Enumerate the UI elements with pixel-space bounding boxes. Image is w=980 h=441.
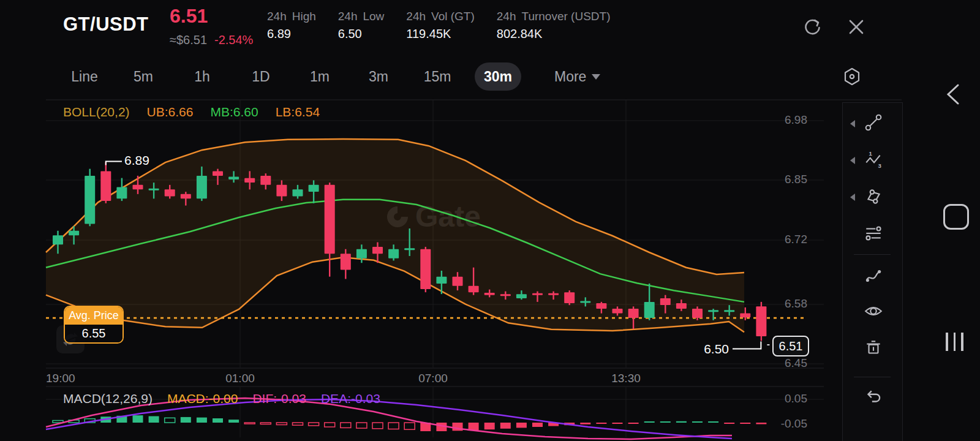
y-axis-tick: 6.72 — [760, 233, 807, 246]
undo-icon — [864, 387, 883, 407]
trend-line-icon — [864, 113, 883, 132]
panel-divider — [854, 254, 891, 255]
candlestick-chart[interactable] — [0, 0, 980, 441]
y-axis-tick: 6.58 — [760, 297, 807, 311]
dif-value: DIF:-0.03 — [252, 391, 306, 406]
x-axis-tick: 13:30 — [608, 372, 644, 385]
macd-axis-tick: -0.05 — [760, 417, 807, 431]
drawing-tools-panel: 1 3 — [842, 102, 903, 441]
levels-tool[interactable] — [843, 221, 902, 247]
trend-line-tool[interactable] — [843, 109, 902, 136]
macd-value: MACD:-0.00 — [167, 391, 238, 406]
collapse-arrow-icon — [850, 194, 855, 201]
y-axis-tick: 6.85 — [760, 173, 807, 186]
shape-tool[interactable] — [843, 183, 902, 209]
macd-axis-tick: 0.05 — [760, 392, 807, 405]
boll-mb: MB:6.60 — [210, 105, 258, 119]
boll-legend: BOLL(20,2) UB:6.66 MB:6.60 LB:6.54 — [63, 105, 320, 119]
svg-text:3: 3 — [878, 162, 881, 169]
svg-text:1: 1 — [869, 150, 873, 157]
collapse-arrow-icon — [850, 157, 855, 164]
avg-price-value: 6.55 — [65, 325, 123, 342]
avg-price-label: Avg. Price — [65, 307, 123, 325]
y-axis-tick: 6.45 — [760, 356, 807, 370]
macd-title: MACD(12,26,9) — [63, 391, 153, 406]
freehand-curve-tool[interactable] — [843, 262, 902, 289]
elliott-wave-icon: 1 3 — [864, 149, 883, 169]
visibility-tool[interactable] — [843, 298, 902, 325]
curve-path-icon — [864, 266, 883, 285]
trash-icon — [864, 338, 883, 358]
undo-tool[interactable] — [843, 383, 902, 410]
boll-title: BOLL(20,2) — [63, 105, 130, 119]
y-axis-tick: 6.98 — [760, 113, 807, 127]
last-price-tag[interactable]: 6.51 — [772, 336, 809, 356]
boll-lb: LB:6.54 — [276, 105, 320, 119]
delete-drawings-tool[interactable] — [843, 334, 902, 361]
horizontal-levels-icon — [864, 224, 883, 244]
collapse-arrow-icon — [850, 120, 855, 127]
wave-tool[interactable]: 1 3 — [843, 146, 902, 173]
eye-icon — [864, 301, 883, 321]
x-axis-tick: 07:00 — [415, 372, 451, 385]
dea-value: DEA:-0.03 — [321, 391, 380, 406]
boll-ub: UB:6.66 — [147, 105, 194, 119]
x-axis-tick: 19:00 — [46, 372, 75, 385]
avg-price-tooltip[interactable]: Avg. Price 6.55 — [64, 306, 124, 344]
macd-legend: MACD(12,26,9) MACD:-0.00 DIF:-0.03 DEA:-… — [63, 391, 380, 406]
polygon-shape-icon — [864, 186, 883, 206]
panel-divider — [854, 377, 891, 377]
x-axis-tick: 01:00 — [222, 372, 258, 385]
high-price-annotation: 6.89 — [124, 153, 149, 168]
low-price-annotation: 6.50 — [691, 342, 729, 356]
